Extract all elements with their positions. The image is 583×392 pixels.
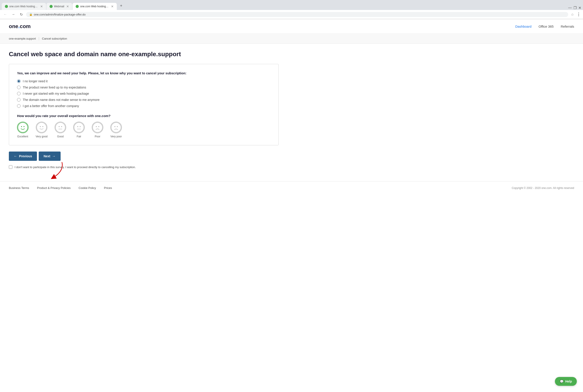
reason-label-1: I no longer need it [23, 80, 47, 83]
breadcrumb-cancel: Cancel subscription [42, 37, 67, 40]
window-controls: — ❐ ✕ [568, 6, 581, 10]
site-header: one.com Dashboard Office 365 Referrals [0, 19, 583, 34]
tab-title-3: one.com Web hosting - Domain [80, 5, 109, 8]
svg-point-3 [37, 122, 46, 132]
svg-point-19 [117, 126, 118, 127]
tab-title-2: Webmail [54, 5, 64, 8]
tab-favicon-1 [5, 5, 8, 8]
skip-survey-label: I don't want to participate in this surv… [14, 166, 136, 169]
fair-face-svg [74, 122, 84, 133]
forward-button[interactable]: → [10, 11, 16, 18]
footer-business-terms[interactable]: Business Terms [9, 186, 29, 190]
reason-label-5: I got a better offer from another compan… [23, 104, 79, 108]
address-bar[interactable]: 🔒 one.com/admin/finalize-package-offer.d… [26, 12, 568, 17]
browser-tab-2[interactable]: Webmail ✕ [46, 3, 72, 10]
next-arrow-icon: → [52, 154, 56, 158]
reason-radio-1[interactable] [17, 80, 20, 83]
footer-cookie-policy[interactable]: Cookie Policy [78, 186, 96, 190]
rating-label-very-poor: Very poor [110, 135, 122, 138]
rating-poor[interactable]: Poor [92, 122, 103, 138]
survey-box: Yes, we can improve and we need your hel… [9, 64, 279, 145]
nav-office365[interactable]: Office 365 [539, 24, 554, 28]
breadcrumb-separator: | [38, 37, 39, 40]
excellent-face-svg [17, 122, 28, 133]
minimize-button[interactable]: — [568, 6, 572, 10]
poor-face-svg [92, 122, 103, 133]
breadcrumb: one-example.support | Cancel subscriptio… [0, 34, 583, 44]
reason-option-5[interactable]: I got a better offer from another compan… [17, 104, 270, 108]
reason-label-3: I never got started with my web hosting … [23, 92, 89, 95]
rating-face-very-good [36, 122, 47, 133]
reason-option-4[interactable]: The domain name does not make sense to m… [17, 98, 270, 102]
next-button[interactable]: Next → [39, 152, 60, 161]
tab-close-3[interactable]: ✕ [111, 5, 114, 8]
footer-copyright: Copyright © 2002 - 2020 one.com. All rig… [512, 186, 574, 190]
rating-label-poor: Poor [95, 135, 100, 138]
svg-point-12 [80, 126, 81, 127]
tab-title-1: one.com Web hosting - Domain [9, 5, 38, 8]
reason-option-3[interactable]: I never got started with my web hosting … [17, 92, 270, 95]
footer-prices[interactable]: Prices [104, 186, 112, 190]
skip-survey-option[interactable]: I don't want to participate in this surv… [9, 165, 279, 169]
svg-point-2 [23, 126, 24, 127]
svg-point-0 [18, 122, 28, 132]
svg-point-8 [61, 126, 62, 127]
previous-label: Previous [19, 154, 32, 158]
rating-face-poor [92, 122, 103, 133]
restore-button[interactable]: ❐ [574, 6, 577, 10]
site-nav: Dashboard Office 365 Referrals [515, 24, 574, 28]
reason-radio-5[interactable] [17, 104, 20, 108]
tab-favicon-3 [76, 5, 79, 8]
nav-referrals[interactable]: Referrals [561, 24, 574, 28]
svg-point-15 [96, 126, 97, 127]
tab-favicon-2 [49, 5, 53, 8]
svg-point-7 [59, 126, 60, 127]
reason-option-1[interactable]: I no longer need it [17, 80, 270, 83]
browser-tab-3[interactable]: one.com Web hosting - Domain ✕ [72, 3, 117, 10]
rating-excellent[interactable]: Excellent [17, 122, 28, 138]
skip-survey-checkbox[interactable] [9, 165, 12, 169]
logo-text: one.com [9, 23, 31, 29]
footer-privacy-policies[interactable]: Product & Privacy Policies [37, 186, 71, 190]
breadcrumb-domain: one-example.support [9, 37, 36, 40]
rating-face-fair [73, 122, 85, 133]
browser-menu-button[interactable]: ⋮ [577, 12, 581, 17]
tab-close-2[interactable]: ✕ [66, 5, 69, 8]
close-button[interactable]: ✕ [578, 6, 581, 10]
reason-radio-3[interactable] [17, 92, 20, 95]
svg-point-4 [40, 126, 41, 127]
nav-dashboard[interactable]: Dashboard [515, 24, 532, 28]
rating-label-fair: Fair [77, 135, 81, 138]
svg-point-10 [74, 122, 84, 132]
rating-very-good[interactable]: Very good [35, 122, 47, 138]
rating-face-good [55, 122, 66, 133]
previous-arrow-icon: ← [14, 154, 17, 158]
very-good-face-svg [36, 122, 47, 133]
rating-good[interactable]: Good [55, 122, 66, 138]
rating-face-excellent [17, 122, 28, 133]
browser-tabs: one.com Web hosting - Domain ✕ Webmail ✕… [0, 0, 583, 10]
new-tab-button[interactable]: + [117, 2, 125, 10]
svg-point-5 [42, 126, 43, 127]
reason-radio-4[interactable] [17, 98, 20, 102]
rating-very-poor[interactable]: Very poor [110, 122, 122, 138]
rating-face-very-poor [110, 122, 122, 133]
reasons-group: I no longer need it The product never li… [17, 80, 270, 108]
svg-point-18 [114, 126, 115, 127]
back-button[interactable]: ← [2, 11, 8, 18]
reason-option-2[interactable]: The product never lived up to my expecta… [17, 86, 270, 89]
site-logo: one.com [9, 23, 515, 30]
refresh-button[interactable]: ↻ [18, 11, 24, 18]
svg-point-14 [93, 122, 102, 132]
survey-question: Yes, we can improve and we need your hel… [17, 71, 270, 75]
previous-button[interactable]: ← Previous [9, 152, 37, 161]
good-face-svg [55, 122, 66, 133]
svg-point-1 [21, 126, 22, 127]
svg-point-11 [77, 126, 78, 127]
browser-tab-1[interactable]: one.com Web hosting - Domain ✕ [2, 3, 46, 10]
rating-fair[interactable]: Fair [73, 122, 85, 138]
tab-close-1[interactable]: ✕ [40, 5, 43, 8]
bookmark-icon[interactable]: ☆ [571, 12, 574, 16]
reason-radio-2[interactable] [17, 86, 20, 89]
rating-question: How would you rate your overall experien… [17, 114, 270, 118]
